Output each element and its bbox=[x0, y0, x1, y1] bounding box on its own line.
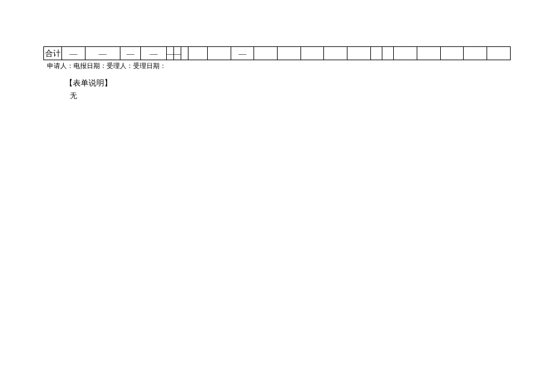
form-note-title: 【表单说明】 bbox=[43, 78, 511, 89]
cell bbox=[277, 47, 300, 60]
cell: — bbox=[120, 47, 140, 60]
cell: — bbox=[85, 47, 120, 60]
cell bbox=[347, 47, 370, 60]
report-date-label: 电报日期： bbox=[73, 62, 107, 69]
cell bbox=[254, 47, 278, 60]
form-note-body: 无 bbox=[43, 91, 511, 101]
cell bbox=[440, 47, 464, 60]
applicant-label: 申请人： bbox=[47, 62, 73, 69]
cell bbox=[464, 47, 487, 60]
cell bbox=[324, 47, 347, 60]
cell bbox=[417, 47, 441, 60]
cell: — bbox=[62, 47, 86, 60]
cell bbox=[382, 47, 394, 60]
acceptor-label: 受理人： bbox=[107, 62, 133, 69]
cell bbox=[394, 47, 417, 60]
cell bbox=[300, 47, 324, 60]
cell bbox=[487, 47, 511, 60]
cell: — bbox=[231, 47, 254, 60]
cell bbox=[181, 47, 188, 60]
cell bbox=[207, 47, 231, 60]
cell bbox=[370, 47, 382, 60]
summary-table: 合计 — — — — — — — bbox=[43, 46, 511, 60]
table-row: 合计 — — — — — — — bbox=[44, 47, 511, 60]
cell: — bbox=[174, 47, 181, 60]
cell: — bbox=[167, 47, 174, 60]
accept-date-label: 受理日期： bbox=[133, 62, 166, 69]
cell bbox=[188, 47, 207, 60]
row-label-cell: 合计 bbox=[44, 47, 62, 60]
footer-line: 申请人：电报日期：受理人：受理日期： bbox=[43, 61, 511, 70]
cell: — bbox=[141, 47, 167, 60]
